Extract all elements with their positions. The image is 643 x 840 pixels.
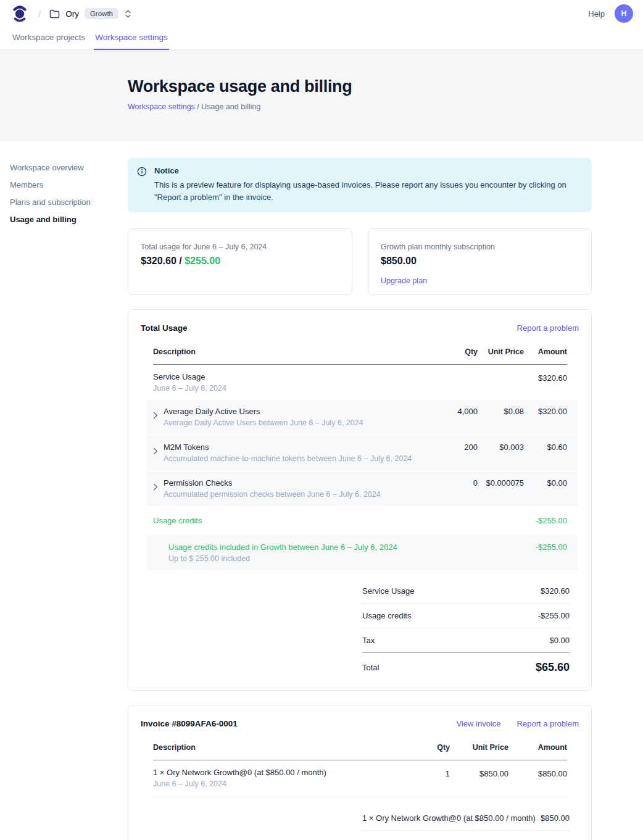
invoice-line-row: 1 × Ory Network Growth@0 (at $850.00 / m…	[153, 760, 567, 797]
summary-row: 1 × Ory Network Growth@0 (at $850.00 / m…	[362, 806, 570, 831]
top-bar: / Ory Growth Help H	[0, 0, 643, 27]
total-usage-card: Total usage for June 6 – July 6, 2024 $3…	[128, 228, 352, 295]
chevron-right-icon[interactable]	[153, 447, 158, 463]
user-avatar[interactable]: H	[615, 4, 633, 23]
usage-line-item[interactable]: Average Daily Active Users Average Daily…	[147, 400, 578, 435]
ory-logo-icon[interactable]	[12, 4, 28, 23]
workspace-name[interactable]: Ory	[65, 9, 79, 19]
sidebar-item-workspace-overview[interactable]: Workspace overview	[10, 159, 128, 176]
usage-total-value: $65.60	[536, 661, 570, 674]
view-invoice-link[interactable]: View invoice	[457, 719, 501, 728]
hero-band: Workspace usage and billing Workspace se…	[0, 50, 643, 141]
breadcrumb: Workspace settings / Usage and billing	[128, 102, 592, 111]
notice-body: This is a preview feature for displaying…	[154, 179, 581, 204]
page-title: Workspace usage and billing	[128, 77, 592, 96]
preview-notice: Notice This is a preview feature for dis…	[128, 158, 592, 212]
service-usage-row: Service Usage June 6 – July 6, 2024 $320…	[153, 365, 567, 400]
info-icon	[137, 167, 147, 204]
invoice-report-problem-link[interactable]: Report a problem	[517, 719, 579, 728]
sidebar-item-plans-subscription[interactable]: Plans and subscription	[10, 193, 128, 210]
total-usage-value: $320.60 / $255.00	[141, 256, 339, 267]
invoice-title: Invoice #8099AFA6-0001	[141, 719, 238, 728]
plan-badge: Growth	[85, 8, 118, 19]
invoice-panel: Invoice #8099AFA6-0001 View invoice Repo…	[128, 705, 592, 840]
subscription-label: Growth plan monthly subscription	[381, 243, 579, 251]
invoice-table-header: Description Qty Unit Price Amount	[153, 737, 567, 760]
help-link[interactable]: Help	[588, 9, 605, 19]
breadcrumb-separator: /	[195, 102, 201, 111]
tab-workspace-settings[interactable]: Workspace settings	[94, 27, 169, 50]
upgrade-plan-link[interactable]: Upgrade plan	[381, 277, 427, 285]
breadcrumb-current: Usage and billing	[201, 102, 260, 111]
workspace-switcher-icon[interactable]	[125, 9, 131, 19]
invoice-summary: 1 × Ory Network Growth@0 (at $850.00 / m…	[362, 806, 570, 840]
tab-workspace-projects[interactable]: Workspace projects	[11, 27, 86, 50]
usage-line-item[interactable]: Permission Checks Accumulated permission…	[147, 472, 578, 506]
usage-credit-value: $255.00	[185, 256, 220, 266]
summary-row: Tax$0.00	[362, 831, 570, 840]
usage-line-item[interactable]: M2M Tokens Accumulated machine-to-machin…	[147, 436, 578, 470]
sidebar-item-usage-billing[interactable]: Usage and billing	[10, 210, 128, 228]
notice-title: Notice	[154, 166, 581, 175]
usage-credits-item: Usage credits included in Growth between…	[147, 535, 578, 570]
settings-sidebar: Workspace overview Members Plans and sub…	[0, 141, 128, 228]
summary-row: Tax$0.00	[362, 628, 570, 653]
workspace-tabbar: Workspace projects Workspace settings	[0, 27, 643, 50]
usage-credits-row: Usage credits -$255.00	[153, 507, 567, 534]
usage-total-row: Total $65.60	[362, 653, 570, 674]
total-usage-label: Total usage for June 6 – July 6, 2024	[141, 243, 339, 251]
usage-panel-title: Total Usage	[141, 323, 188, 333]
summary-row: Usage credits-$255.00	[362, 604, 570, 628]
folder-icon	[49, 9, 60, 19]
subscription-card: Growth plan monthly subscription $850.00…	[368, 228, 592, 295]
usage-table-header: Description Qty Unit Price Amount	[153, 341, 567, 365]
path-separator: /	[38, 9, 41, 19]
total-usage-panel: Total Usage Report a problem Description…	[128, 309, 592, 691]
breadcrumb-settings-link[interactable]: Workspace settings	[128, 102, 195, 111]
usage-summary: Service Usage$320.60 Usage credits-$255.…	[362, 579, 570, 674]
sidebar-item-members[interactable]: Members	[10, 176, 128, 193]
chevron-right-icon[interactable]	[153, 483, 158, 499]
summary-row: Service Usage$320.60	[362, 579, 570, 604]
subscription-amount: $850.00	[381, 256, 579, 267]
usage-report-problem-link[interactable]: Report a problem	[517, 323, 579, 333]
chevron-right-icon[interactable]	[153, 412, 158, 427]
